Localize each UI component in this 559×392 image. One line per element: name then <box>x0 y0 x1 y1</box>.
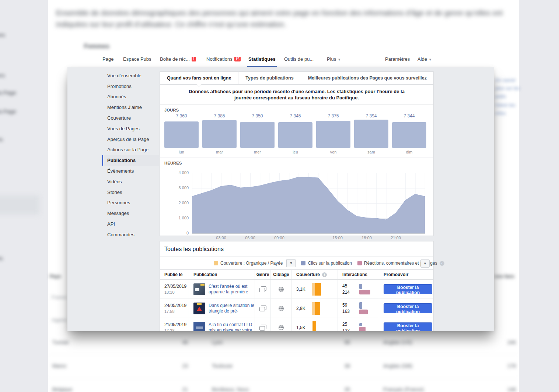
nav-item-parametres[interactable]: Paramètres <box>385 56 410 62</box>
sidebar-item-couverture[interactable]: Couverture <box>102 113 159 123</box>
boost-post-button[interactable]: Booster la publication <box>384 303 432 313</box>
blurred-section-label: Femmes <box>84 43 109 50</box>
cell-targeting <box>271 280 292 299</box>
chart-plot-area <box>192 173 425 234</box>
sidebar-item-vue-d-ensemble[interactable]: Vue d’ensemble <box>102 70 159 81</box>
page-admin-nav: PageEspace PubsBoîte de réc...1Notificat… <box>48 52 519 67</box>
bar-value-label: 7 344 <box>392 113 426 119</box>
nav-item-espace-pubs[interactable]: Espace Pubs <box>123 56 151 62</box>
nav-item-notifications[interactable]: Notifications15 <box>206 56 241 62</box>
clicks-bar <box>359 302 362 309</box>
post-link[interactable]: Dans quelle situation le triangle de pré… <box>209 303 255 314</box>
sidebar-item-abonnes[interactable]: Abonnés <box>102 92 159 102</box>
sidebar-item-promotions[interactable]: Promotions <box>102 81 159 92</box>
reactions-value: 122 <box>342 328 355 332</box>
sidebar-item-api[interactable]: API <box>102 219 159 229</box>
days-bar-chart: 7 360lun7 385mar7 350mer7 345jeu7 375ven… <box>164 113 429 155</box>
bar <box>392 122 426 148</box>
x-axis-tick-label: 18:00 <box>359 236 375 240</box>
blurred-cell: 178 <box>501 363 516 369</box>
sidebar-item-vues-de-pages[interactable]: Vues de Pages <box>102 123 159 134</box>
sidebar-item-apercus-de-la-page[interactable]: Aperçus de la Page <box>102 134 159 145</box>
globe-icon <box>278 286 284 292</box>
cell-promote: Booster la publication <box>379 280 433 299</box>
legend-swatch <box>357 261 362 265</box>
blurred-cell: 23 <box>173 363 188 369</box>
post-thumbnail[interactable] <box>193 322 205 332</box>
blurred-sidebar-fragment: Étrangers <box>0 72 5 78</box>
blurred-cell: Toulouse <box>212 363 233 369</box>
days-chart-label: JOURS <box>164 108 429 113</box>
post-time: 17:58 <box>164 308 186 314</box>
boost-post-button[interactable]: Booster la publication <box>384 284 432 294</box>
cell-interactions: 25122 <box>338 318 379 331</box>
legend-dropdown-button[interactable]: ▼ <box>286 259 296 267</box>
info-icon[interactable]: i <box>440 261 444 266</box>
timezone-notice: Données affichées pour une période récen… <box>160 85 433 105</box>
metrics-dropdown-button[interactable]: ▼ <box>420 259 430 268</box>
reach-bar-paid <box>315 302 320 315</box>
cell-interactions: 45214 <box>338 280 379 299</box>
bar-group-mer: 7 350mer <box>240 113 275 155</box>
y-axis-tick-label: 2 000 <box>164 201 189 205</box>
table-row: 27/05/201918:10C’est l’année où est appa… <box>160 280 433 299</box>
boost-post-button[interactable]: Booster la publication <box>384 322 432 331</box>
nav-item-aide[interactable]: Aide▼ <box>417 56 432 62</box>
sidebar-item-messages[interactable]: Messages <box>102 208 159 219</box>
cell-targeting <box>271 299 292 318</box>
sidebar-item-stories[interactable]: Stories <box>102 187 159 198</box>
bar-category-label: mer <box>240 150 275 155</box>
nav-item-statistiques[interactable]: Statistiques <box>248 56 276 62</box>
clicks-bar <box>359 323 362 326</box>
post-thumbnail[interactable] <box>193 303 205 314</box>
blurred-sidebar-fragment: és <box>0 255 3 261</box>
bar <box>278 122 312 148</box>
column-header-couverture: Couverturei <box>292 270 338 279</box>
sidebar-item-mentions-j-aime[interactable]: Mentions J’aime <box>102 102 159 113</box>
blurred-cell: 46 <box>173 339 188 345</box>
blurred-table-header-right: vos fans <box>495 273 514 279</box>
sidebar-item-personnes[interactable]: Personnes <box>102 198 159 208</box>
cell-publication: Dans quelle situation le triangle de pré… <box>189 299 255 318</box>
info-icon[interactable]: i <box>322 272 327 277</box>
bar <box>164 121 199 148</box>
cell-published-date: 21/05/201917:28 <box>160 318 189 331</box>
sidebar-item-evenements[interactable]: Évènements <box>102 166 159 176</box>
tab-quand-vos-fans-sont-en-ligne[interactable]: Quand vos fans sont en ligne <box>160 72 238 84</box>
hours-area-chart: 4 0003 0002 0001 000003:0006:0009:0015:0… <box>164 167 429 239</box>
column-header-publie-le: Publié le <box>160 270 189 279</box>
cell-reach: 3,1K <box>292 280 338 299</box>
blurred-table-row: Maroc23Toulouse38Anglais (GB)178 <box>48 355 519 378</box>
sidebar-item-commandes[interactable]: Commandes <box>102 229 159 240</box>
nav-item-boite-de-rec[interactable]: Boîte de réc...1 <box>160 56 196 62</box>
y-axis-tick-label: 1 000 <box>164 216 189 220</box>
legend-entry-couverture-organique-payee: Couverture : Organique / Payée▼ <box>214 259 296 267</box>
cell-reach: 2,8K <box>292 299 338 318</box>
tab-types-de-publications[interactable]: Types de publications <box>238 72 300 84</box>
publications-legend: Couverture : Organique / Payée▼Clics sur… <box>160 257 433 270</box>
bar-category-label: mar <box>202 150 237 155</box>
bar-group-lun: 7 360lun <box>164 113 199 155</box>
hours-chart-label: HEURES <box>164 161 429 166</box>
tab-meilleures-publications-des-pages-que-vous-surveillez[interactable]: Meilleures publications des Pages que vo… <box>301 72 434 84</box>
post-link[interactable]: A la fin du contrat LLD mis en place par… <box>209 322 255 332</box>
sidebar-item-publications[interactable]: Publications <box>102 155 159 166</box>
x-axis-tick-label: 06:00 <box>242 236 258 240</box>
sidebar-item-videos[interactable]: Vidéos <box>102 176 159 187</box>
legend-swatch <box>301 261 305 265</box>
blurred-link: infos <box>496 110 506 116</box>
bar-category-label: lun <box>164 150 199 155</box>
bar-value-label: 7 345 <box>278 113 312 119</box>
post-thumbnail[interactable] <box>193 283 205 295</box>
blurred-sidebar-fragment: és <box>0 136 3 142</box>
nav-item-page[interactable]: Page <box>102 56 113 62</box>
nav-item-plus[interactable]: Plus▼ <box>327 56 341 62</box>
cell-publication: A la fin du contrat LLD mis en place par… <box>189 318 255 331</box>
blurred-link: pubs <box>496 93 506 99</box>
sidebar-item-actions-sur-la-page[interactable]: Actions sur la Page <box>102 145 159 155</box>
post-link[interactable]: C’est l’année où est apparue la première <box>209 284 255 295</box>
bar-group-sam: 7 394sam <box>354 113 388 155</box>
nav-item-outils-de-pu[interactable]: Outils de pu... <box>284 56 314 62</box>
blurred-sidebar-fragment: Personnes <box>0 32 5 38</box>
blurred-cell: Maroc <box>52 363 67 369</box>
